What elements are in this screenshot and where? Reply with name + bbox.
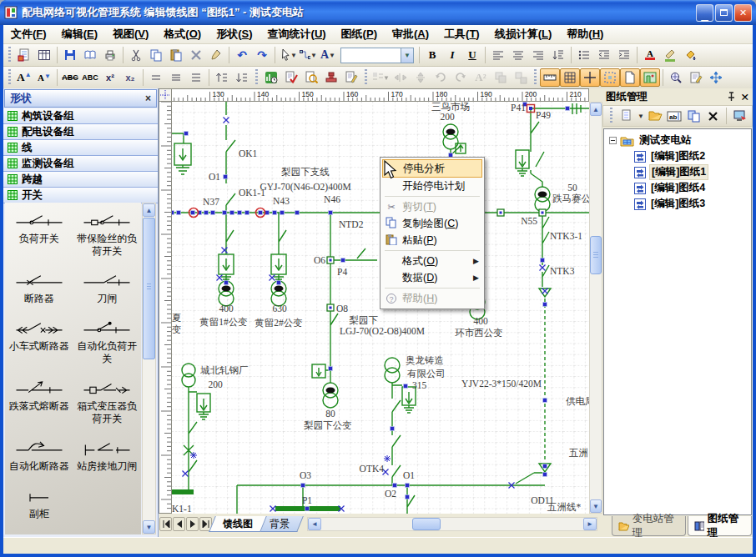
bold-button[interactable]: B <box>422 46 442 64</box>
menu-O[interactable]: 格式(O) <box>156 25 209 43</box>
paste-button[interactable] <box>166 46 186 64</box>
shapes-close-icon[interactable]: × <box>145 93 151 104</box>
context-menu-item-9[interactable]: 数据(D)▶ <box>382 269 482 286</box>
flip-vertical-button[interactable] <box>411 68 431 87</box>
numbering-button[interactable] <box>574 46 594 64</box>
outdent-button[interactable] <box>594 46 614 64</box>
line-spacing-2-button[interactable] <box>166 68 186 87</box>
fill-color-button[interactable] <box>680 46 700 64</box>
sheet-tab-1[interactable]: 馈线图 <box>209 516 267 532</box>
shape-group-4[interactable]: 监测设备组 <box>3 156 158 172</box>
format-painter-button[interactable] <box>206 46 226 64</box>
save-button[interactable] <box>60 46 80 64</box>
align-center-button[interactable] <box>508 46 528 64</box>
export-button[interactable] <box>732 108 748 124</box>
highlight-button[interactable] <box>660 46 680 64</box>
collapse-icon[interactable] <box>609 137 617 144</box>
redo-button[interactable]: ↷ <box>252 46 272 64</box>
first-sheet-button[interactable] <box>159 517 172 531</box>
font-combobox[interactable]: ▼ <box>340 48 414 63</box>
font-combo-dropdown-icon[interactable]: ▼ <box>401 48 413 63</box>
line-spacing-1-button[interactable] <box>146 68 166 87</box>
ruler-toggle[interactable] <box>540 68 560 87</box>
rename-button[interactable]: ab <box>666 108 683 124</box>
close-button[interactable]: ✕ <box>734 4 752 22</box>
connector-tool-button[interactable]: ▼ <box>298 46 318 64</box>
print-preview-button[interactable] <box>80 46 100 64</box>
restore-button[interactable] <box>715 4 733 22</box>
shape-group-6[interactable]: 开关 <box>3 188 158 203</box>
flip-horizontal-button[interactable] <box>391 68 411 87</box>
table-tool-button[interactable] <box>34 46 54 64</box>
tree-item-2[interactable]: [编辑]图纸1 <box>604 164 751 180</box>
rotate-left-button[interactable] <box>431 68 451 87</box>
delete-button[interactable] <box>186 46 206 64</box>
menu-U[interactable]: 查询统计(U) <box>260 25 334 43</box>
subscript-button[interactable]: x₂ <box>120 68 140 87</box>
horizontal-scrollbar[interactable]: ◄ ► <box>307 517 597 531</box>
stencil-item-1[interactable]: 负荷开关 <box>5 213 73 258</box>
undo-button[interactable]: ↶ <box>232 46 252 64</box>
edit-doc-button[interactable] <box>341 68 361 87</box>
guides-toggle[interactable] <box>580 68 600 87</box>
new-drawing-button[interactable] <box>14 46 34 64</box>
align-right-button[interactable] <box>528 46 548 64</box>
underline-button[interactable]: U <box>462 46 482 64</box>
menu-F[interactable]: 文件(F) <box>3 25 54 43</box>
delete-drawing-button[interactable] <box>704 108 721 124</box>
menu-S[interactable]: 形状(S) <box>209 25 260 43</box>
vscroll-thumb[interactable] <box>590 236 602 274</box>
font-combo-input[interactable] <box>341 48 401 63</box>
pointer-tool-button[interactable]: ▼ <box>278 46 298 64</box>
stencil-scroll-down-icon[interactable]: ▼ <box>143 520 155 534</box>
menu-E[interactable]: 编辑(E) <box>54 25 105 43</box>
open-drawing-button[interactable] <box>647 108 663 124</box>
stencil-item-8[interactable]: 箱式变压器负荷开关 <box>73 380 142 425</box>
ungroup-button[interactable] <box>511 68 531 87</box>
print-button[interactable] <box>100 46 120 64</box>
stencil-item-9[interactable]: 自动化断路器 <box>5 440 73 473</box>
selection-toggle[interactable] <box>600 68 620 87</box>
map-toggle[interactable] <box>640 68 660 87</box>
context-menu-item-5[interactable]: 复制绘图(C) <box>382 215 482 232</box>
menu-V[interactable]: 视图(V) <box>105 25 156 43</box>
menu-L[interactable]: 线损计算(L) <box>487 25 560 43</box>
stencil-item-7[interactable]: 跌落式熔断器 <box>5 380 73 425</box>
pin-icon[interactable] <box>726 92 736 102</box>
spacing-increase-button[interactable] <box>212 68 232 87</box>
next-sheet-button[interactable] <box>186 517 199 531</box>
search-doc-button[interactable] <box>301 68 321 87</box>
zoom-tool-button[interactable] <box>666 68 686 87</box>
context-menu-item-11[interactable]: ?帮助(H) <box>382 290 482 307</box>
tree-item-3[interactable]: [编辑]图纸4 <box>604 180 751 196</box>
stencil-scroll-thumb[interactable] <box>143 218 155 359</box>
rotate-right-button[interactable] <box>451 68 471 87</box>
stencil-scroll-up-icon[interactable]: ▲ <box>143 203 155 217</box>
align-left-button[interactable] <box>488 46 508 64</box>
stencil-scrollbar[interactable]: ▲ ▼ <box>142 203 156 534</box>
shape-group-1[interactable]: 构筑设备组 <box>3 108 158 124</box>
align-shapes-button[interactable]: ▼ <box>370 68 391 87</box>
drawings-close-icon[interactable]: ✕ <box>741 91 749 103</box>
superscript-button[interactable]: x² <box>100 68 120 87</box>
context-menu-item-8[interactable]: 格式(O)▶ <box>382 253 482 269</box>
scroll-down-icon[interactable]: ▼ <box>590 499 602 513</box>
minimize-button[interactable]: ▁ <box>696 4 713 22</box>
group-button[interactable] <box>491 68 511 87</box>
stencil-item-10[interactable]: 站房接地刀闸 <box>73 440 142 473</box>
scroll-right-icon[interactable]: ► <box>583 518 597 530</box>
stencil-item-2[interactable]: 带保险丝的负荷开关 <box>73 213 142 258</box>
menu-T[interactable]: 工具(T) <box>436 25 487 43</box>
abc-button[interactable]: ABC <box>80 68 100 87</box>
menu-P[interactable]: 图纸(P) <box>334 25 385 43</box>
pan-tool-button[interactable] <box>706 68 726 87</box>
properties-button[interactable] <box>686 68 706 87</box>
scroll-left-icon[interactable]: ◄ <box>308 518 321 530</box>
italic-button[interactable]: I <box>442 46 462 64</box>
context-menu-item-2[interactable]: 开始停电计划 <box>382 178 482 194</box>
text-direction-button[interactable] <box>548 46 568 64</box>
font-color-button[interactable]: A <box>640 46 660 64</box>
menu-A[interactable]: 审批(A) <box>385 25 436 43</box>
stencil-item-5[interactable]: 小车式断路器 <box>5 320 73 365</box>
shape-group-3[interactable]: 线 <box>3 140 158 156</box>
